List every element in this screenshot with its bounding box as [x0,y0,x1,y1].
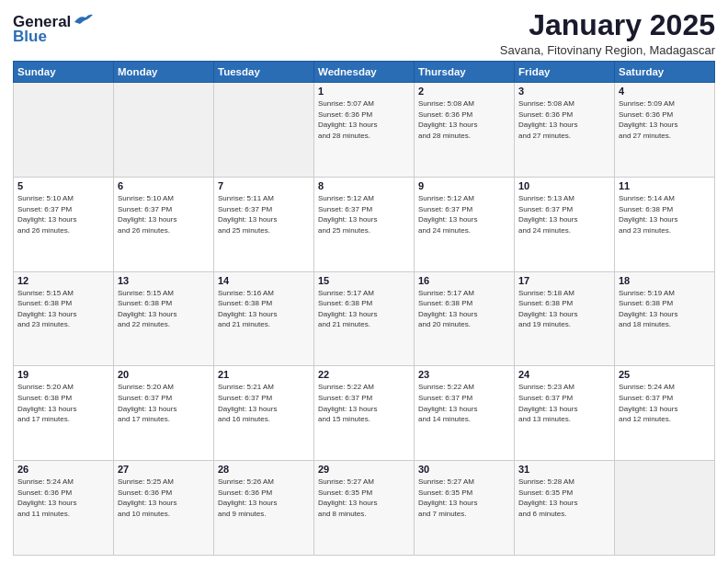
day-number: 26 [17,464,109,475]
calendar-table: SundayMondayTuesdayWednesdayThursdayFrid… [13,61,715,556]
day-info: Sunrise: 5:28 AM Sunset: 6:35 PM Dayligh… [518,477,610,519]
calendar-cell: 24Sunrise: 5:23 AM Sunset: 6:37 PM Dayli… [515,366,615,461]
day-number: 18 [619,275,711,286]
day-info: Sunrise: 5:08 AM Sunset: 6:36 PM Dayligh… [418,98,510,141]
day-info: Sunrise: 5:19 AM Sunset: 6:38 PM Dayligh… [619,288,711,330]
day-info: Sunrise: 5:22 AM Sunset: 6:37 PM Dayligh… [418,382,510,424]
day-info: Sunrise: 5:07 AM Sunset: 6:36 PM Dayligh… [318,98,410,141]
calendar-cell: 18Sunrise: 5:19 AM Sunset: 6:38 PM Dayli… [615,271,715,366]
calendar-cell [214,83,314,178]
day-info: Sunrise: 5:18 AM Sunset: 6:38 PM Dayligh… [518,288,610,330]
week-row-1: 1Sunrise: 5:07 AM Sunset: 6:36 PM Daylig… [14,83,715,178]
calendar-cell: 10Sunrise: 5:13 AM Sunset: 6:37 PM Dayli… [515,177,615,271]
day-info: Sunrise: 5:24 AM Sunset: 6:37 PM Dayligh… [619,382,711,424]
day-info: Sunrise: 5:23 AM Sunset: 6:37 PM Dayligh… [518,382,610,424]
day-header-tuesday: Tuesday [214,62,314,83]
week-row-2: 5Sunrise: 5:10 AM Sunset: 6:37 PM Daylig… [14,177,715,271]
calendar-cell: 26Sunrise: 5:24 AM Sunset: 6:36 PM Dayli… [14,461,114,556]
week-row-3: 12Sunrise: 5:15 AM Sunset: 6:38 PM Dayli… [14,271,715,366]
calendar-cell: 22Sunrise: 5:22 AM Sunset: 6:37 PM Dayli… [314,366,415,461]
day-info: Sunrise: 5:17 AM Sunset: 6:38 PM Dayligh… [318,288,410,330]
day-info: Sunrise: 5:15 AM Sunset: 6:38 PM Dayligh… [17,288,109,330]
calendar-cell: 4Sunrise: 5:09 AM Sunset: 6:36 PM Daylig… [615,83,715,178]
page: General Blue January 2025 Savana, Fitovi… [0,0,728,563]
calendar-cell: 7Sunrise: 5:11 AM Sunset: 6:37 PM Daylig… [214,177,314,271]
calendar-cell: 30Sunrise: 5:27 AM Sunset: 6:35 PM Dayli… [415,461,515,556]
calendar-cell: 11Sunrise: 5:14 AM Sunset: 6:38 PM Dayli… [615,177,715,271]
calendar-cell: 25Sunrise: 5:24 AM Sunset: 6:37 PM Dayli… [615,366,715,461]
day-number: 14 [218,275,310,286]
day-number: 12 [17,275,109,286]
day-number: 31 [518,464,610,475]
calendar-cell [114,83,214,178]
calendar-cell: 12Sunrise: 5:15 AM Sunset: 6:38 PM Dayli… [14,271,114,366]
day-number: 5 [17,180,109,191]
calendar-cell [14,83,114,178]
day-header-sunday: Sunday [14,62,114,83]
week-row-5: 26Sunrise: 5:24 AM Sunset: 6:36 PM Dayli… [14,461,715,556]
day-info: Sunrise: 5:16 AM Sunset: 6:38 PM Dayligh… [218,288,310,330]
day-number: 27 [118,464,210,475]
day-number: 11 [619,180,711,191]
day-header-friday: Friday [515,62,615,83]
week-row-4: 19Sunrise: 5:20 AM Sunset: 6:38 PM Dayli… [14,366,715,461]
location: Savana, Fitovinany Region, Madagascar [500,43,715,57]
day-number: 17 [518,275,610,286]
day-number: 3 [518,86,610,97]
day-number: 2 [418,86,510,97]
day-number: 8 [318,180,410,191]
day-info: Sunrise: 5:24 AM Sunset: 6:36 PM Dayligh… [17,477,109,519]
day-number: 10 [518,180,610,191]
day-number: 6 [118,180,210,191]
day-number: 13 [118,275,210,286]
day-number: 9 [418,180,510,191]
day-info: Sunrise: 5:15 AM Sunset: 6:38 PM Dayligh… [118,288,210,330]
calendar-cell [615,461,715,556]
day-number: 7 [218,180,310,191]
calendar-cell: 29Sunrise: 5:27 AM Sunset: 6:35 PM Dayli… [314,461,415,556]
day-info: Sunrise: 5:11 AM Sunset: 6:37 PM Dayligh… [218,193,310,236]
calendar-cell: 27Sunrise: 5:25 AM Sunset: 6:36 PM Dayli… [114,461,214,556]
calendar-cell: 16Sunrise: 5:17 AM Sunset: 6:38 PM Dayli… [415,271,515,366]
day-info: Sunrise: 5:27 AM Sunset: 6:35 PM Dayligh… [418,477,510,519]
calendar-cell: 28Sunrise: 5:26 AM Sunset: 6:36 PM Dayli… [214,461,314,556]
day-info: Sunrise: 5:09 AM Sunset: 6:36 PM Dayligh… [619,98,711,141]
calendar-cell: 6Sunrise: 5:10 AM Sunset: 6:37 PM Daylig… [114,177,214,271]
day-number: 1 [318,86,410,97]
calendar-cell: 5Sunrise: 5:10 AM Sunset: 6:37 PM Daylig… [14,177,114,271]
day-number: 25 [619,369,711,380]
day-number: 24 [518,369,610,380]
day-info: Sunrise: 5:20 AM Sunset: 6:38 PM Dayligh… [17,382,109,424]
calendar-cell: 1Sunrise: 5:07 AM Sunset: 6:36 PM Daylig… [314,83,415,178]
header-row: SundayMondayTuesdayWednesdayThursdayFrid… [14,62,715,83]
day-number: 15 [318,275,410,286]
day-info: Sunrise: 5:12 AM Sunset: 6:37 PM Dayligh… [318,193,410,236]
calendar-cell: 23Sunrise: 5:22 AM Sunset: 6:37 PM Dayli… [415,366,515,461]
logo-blue: Blue [13,28,47,46]
day-info: Sunrise: 5:20 AM Sunset: 6:37 PM Dayligh… [118,382,210,424]
day-number: 29 [318,464,410,475]
day-info: Sunrise: 5:13 AM Sunset: 6:37 PM Dayligh… [518,193,610,236]
calendar-cell: 31Sunrise: 5:28 AM Sunset: 6:35 PM Dayli… [515,461,615,556]
day-info: Sunrise: 5:21 AM Sunset: 6:37 PM Dayligh… [218,382,310,424]
day-info: Sunrise: 5:10 AM Sunset: 6:37 PM Dayligh… [17,193,109,236]
day-number: 22 [318,369,410,380]
day-header-monday: Monday [114,62,214,83]
month-title: January 2025 [500,9,715,41]
calendar-cell: 14Sunrise: 5:16 AM Sunset: 6:38 PM Dayli… [214,271,314,366]
day-number: 23 [418,369,510,380]
day-info: Sunrise: 5:08 AM Sunset: 6:36 PM Dayligh… [518,98,610,141]
day-info: Sunrise: 5:12 AM Sunset: 6:37 PM Dayligh… [418,193,510,236]
logo-bird-icon [73,13,93,28]
day-info: Sunrise: 5:22 AM Sunset: 6:37 PM Dayligh… [318,382,410,424]
calendar-cell: 13Sunrise: 5:15 AM Sunset: 6:38 PM Dayli… [114,271,214,366]
day-info: Sunrise: 5:17 AM Sunset: 6:38 PM Dayligh… [418,288,510,330]
calendar-cell: 3Sunrise: 5:08 AM Sunset: 6:36 PM Daylig… [515,83,615,178]
day-number: 16 [418,275,510,286]
day-number: 30 [418,464,510,475]
calendar-cell: 15Sunrise: 5:17 AM Sunset: 6:38 PM Dayli… [314,271,415,366]
day-number: 20 [118,369,210,380]
day-number: 19 [17,369,109,380]
day-info: Sunrise: 5:25 AM Sunset: 6:36 PM Dayligh… [118,477,210,519]
day-number: 21 [218,369,310,380]
